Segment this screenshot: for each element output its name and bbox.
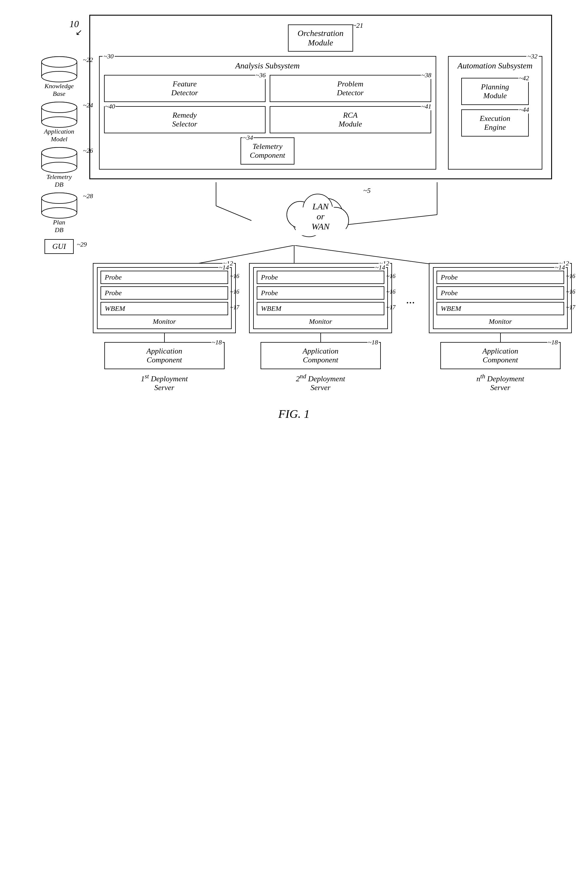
- rca-ref: ~41: [421, 103, 432, 110]
- telemetry-component-box: ~34 TelemetryComponent: [240, 137, 295, 165]
- pd-ref: ~38: [421, 71, 432, 79]
- auto-ref: ~32: [526, 53, 539, 60]
- s2-probes: Probe ~16 Probe ~16 WBEM ~17: [257, 271, 384, 315]
- server-1-outer-box: ~12 ~14 Probe ~16 Probe ~16: [93, 263, 236, 333]
- lines-to-servers: [89, 245, 552, 263]
- s2-monitor-label: Monitor: [257, 318, 384, 326]
- svg-point-5: [42, 57, 77, 67]
- s2-wbem: WBEM ~17: [257, 302, 384, 315]
- s2-server-label: 2nd DeploymentServer: [296, 373, 345, 392]
- s1-connector: [164, 333, 165, 342]
- server-1-agent-box: ~14 Probe ~16 Probe ~16 WBEM: [97, 267, 232, 329]
- svg-point-23: [42, 193, 77, 203]
- s1-agent-ref: ~14: [218, 264, 230, 271]
- network-section: LANorWAN ~5: [89, 185, 552, 245]
- svg-point-17: [42, 147, 77, 158]
- cloud-area: LANorWAN ~5: [279, 185, 362, 245]
- s3-server-label: nth DeploymentServer: [477, 373, 524, 392]
- orchestration-label: OrchestrationModule: [297, 29, 344, 47]
- kb-ref: ~22: [83, 56, 93, 64]
- gui-ref: ~29: [77, 240, 87, 248]
- automation-subsystem-label: Automation Subsystem: [458, 61, 532, 71]
- server-2-column: ~12 ~14 Probe ~16 Probe ~16 WBEM: [246, 263, 396, 392]
- knowledge-base: ~22 KnowledgeBase: [37, 56, 81, 98]
- svg-point-4: [42, 71, 77, 82]
- s1-p1-ref: ~16: [230, 273, 239, 279]
- svg-point-22: [42, 207, 77, 218]
- s2-agent-ref: ~14: [375, 264, 386, 271]
- s1-wbem: WBEM ~17: [100, 302, 228, 315]
- s1-app-component: ~18 ApplicationComponent: [104, 342, 225, 369]
- s2-app-component: ~18 ApplicationComponent: [261, 342, 381, 369]
- servers-row: ~12 ~14 Probe ~16 Probe ~16: [89, 263, 576, 392]
- server-2-outer-box: ~12 ~14 Probe ~16 Probe ~16 WBEM: [249, 263, 392, 333]
- svg-point-16: [42, 162, 77, 173]
- tdb-ref: ~26: [83, 147, 93, 155]
- fd-ref: ~36: [255, 71, 267, 79]
- server-3-outer-box: ~12 ~14 Probe ~16 Probe ~16 WBEM: [429, 263, 572, 333]
- tc-ref: ~34: [243, 134, 254, 141]
- diagram-container: 10 ↙ OrchestrationModule ~21 ~22: [36, 12, 552, 421]
- network-label: LANorWAN: [312, 201, 330, 231]
- s2-p2-ref: ~16: [386, 288, 396, 295]
- s3-app-component: ~18 ApplicationComponent: [440, 342, 561, 369]
- s3-wbem: WBEM ~17: [436, 302, 564, 315]
- s3-p2-ref: ~16: [566, 288, 575, 295]
- s1-ac-ref: ~18: [212, 338, 222, 346]
- s3-probe-2: Probe ~16: [436, 286, 564, 300]
- s3-p1-ref: ~16: [566, 273, 575, 279]
- analysis-grid: ~36 FeatureDetector ~38 ProblemDetector …: [104, 75, 431, 133]
- knowledge-base-label: KnowledgeBase: [37, 82, 81, 98]
- plan-db-icon: [37, 192, 81, 219]
- figure-caption: FIG. 1: [36, 407, 552, 421]
- s3-ac-ref: ~18: [548, 338, 558, 346]
- gui-box: GUI: [45, 239, 74, 254]
- left-sidebar: ~22 KnowledgeBase ~24: [37, 56, 81, 254]
- knowledge-base-icon: [37, 56, 81, 83]
- application-model-icon: [37, 101, 81, 128]
- plan-db: ~28 PlanDB: [37, 192, 81, 234]
- telemetry-db-label: TelemetryDB: [37, 173, 81, 188]
- s1-probes: Probe ~16 Probe ~16 WBEM ~17: [100, 271, 228, 315]
- s3-probe-1: Probe ~16: [436, 271, 564, 284]
- rs-ref: ~40: [105, 103, 116, 110]
- orchestration-area: OrchestrationModule ~21: [99, 24, 542, 52]
- s3-agent-ref: ~14: [554, 264, 566, 271]
- gui-area: ~29 GUI: [45, 239, 74, 254]
- plan-db-label: PlanDB: [37, 218, 81, 234]
- remedy-selector-box: ~40 RemedySelector: [104, 106, 266, 133]
- rca-module-box: ~41 RCAModule: [270, 106, 431, 133]
- svg-line-26: [216, 206, 251, 221]
- s1-probe-1: Probe ~16: [100, 271, 228, 284]
- dots-separator: ...: [402, 263, 419, 306]
- am-ref: ~24: [83, 101, 93, 109]
- telemetry-db: ~26 TelemetryDB: [37, 147, 81, 188]
- analysis-ref: ~30: [103, 53, 115, 60]
- orchestration-ref: ~21: [352, 21, 363, 30]
- network-ref: ~5: [363, 187, 371, 195]
- s3-monitor-label: Monitor: [436, 318, 564, 326]
- s3-w-ref: ~17: [566, 304, 575, 311]
- feature-detector-box: ~36 FeatureDetector: [104, 75, 266, 102]
- ee-ref: ~44: [519, 106, 530, 114]
- server-1-column: ~12 ~14 Probe ~16 Probe ~16: [89, 263, 240, 392]
- planning-module-box: ~42 PlanningModule: [461, 78, 529, 105]
- orchestration-module-box: OrchestrationModule: [288, 24, 353, 52]
- s1-probe-2: Probe ~16: [100, 286, 228, 300]
- svg-point-11: [42, 102, 77, 113]
- s3-probes: Probe ~16 Probe ~16 WBEM ~17: [436, 271, 564, 315]
- automation-subsystem: ~32 Automation Subsystem ~42 PlanningMod…: [448, 56, 542, 170]
- telemetry-db-icon: [37, 147, 81, 173]
- s3-connector: [500, 333, 501, 342]
- application-model: ~24 ApplicationModel: [37, 101, 81, 143]
- analysis-subsystem: ~30 Analysis Subsystem ~36 FeatureDetect…: [99, 56, 436, 170]
- application-model-label: ApplicationModel: [37, 128, 81, 143]
- problem-detector-box: ~38 ProblemDetector: [270, 75, 431, 102]
- s2-probe-1: Probe ~16: [257, 271, 384, 284]
- s2-ac-ref: ~18: [368, 338, 379, 346]
- s2-p1-ref: ~16: [386, 273, 396, 279]
- analysis-subsystem-label: Analysis Subsystem: [104, 61, 431, 71]
- s1-monitor-label: Monitor: [100, 318, 228, 326]
- server-3-column: ~12 ~14 Probe ~16 Probe ~16 WBEM: [425, 263, 576, 392]
- s1-p2-ref: ~16: [230, 288, 239, 295]
